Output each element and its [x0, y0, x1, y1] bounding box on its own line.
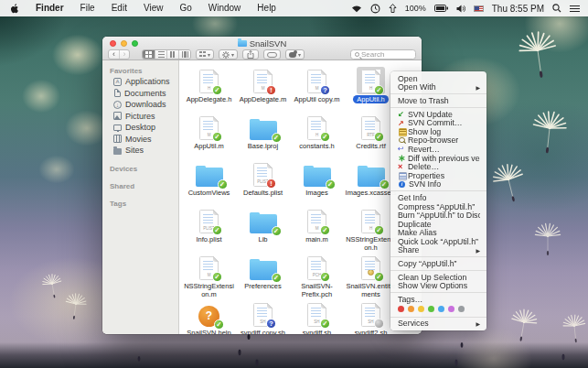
file-item[interactable]: ✓CustomViews: [182, 160, 236, 207]
tag-color-dot-4[interactable]: [438, 306, 444, 312]
share-button[interactable]: [242, 49, 259, 60]
menu-item-make-alias[interactable]: Make Alias: [390, 229, 486, 238]
menu-item-duplicate[interactable]: Duplicate: [390, 220, 486, 229]
menu-item-show-view-options[interactable]: Show View Options: [390, 281, 486, 290]
arrange-button[interactable]: ▾: [196, 49, 214, 60]
spotlight-icon[interactable]: [552, 4, 561, 13]
back-button[interactable]: ‹: [109, 50, 119, 59]
column-view-icon: [170, 51, 176, 58]
menu-item-move-to-trash[interactable]: Move to Trash: [390, 96, 486, 105]
menu-item-compress-apputil-h-[interactable]: Compress “AppUtil.h”: [390, 202, 486, 211]
file-item[interactable]: SH✓svndiff.sh: [290, 300, 344, 334]
file-item[interactable]: ✓Preferences: [236, 254, 290, 300]
tag-color-dot-5[interactable]: [448, 306, 454, 312]
battery-percent: 100%: [405, 4, 426, 13]
menu-item-label: Open: [398, 74, 480, 83]
menu-extra-icon[interactable]: [389, 4, 397, 13]
sidebar-item-movies[interactable]: Movies: [102, 134, 178, 146]
documents-icon: [114, 89, 121, 97]
menu-item-services[interactable]: Services▶: [390, 319, 486, 329]
menu-item-svn-commit-[interactable]: ↗SVN Commit…: [390, 118, 486, 127]
sidebar-item-sites[interactable]: Sites: [102, 145, 178, 157]
menu-bar-item-view[interactable]: View: [135, 0, 172, 16]
coverflow-view-button[interactable]: [178, 50, 190, 59]
file-item[interactable]: PLIST✓Info.plist: [182, 207, 236, 254]
icon-view-button[interactable]: [143, 50, 155, 59]
file-icon-wrap: ?✓: [194, 300, 224, 328]
menu-item-delete-[interactable]: ×Delete…: [390, 162, 486, 171]
sidebar-item-desktop[interactable]: Desktop: [102, 122, 178, 134]
menu-item-properties[interactable]: Properties: [390, 171, 486, 180]
menu-item-open[interactable]: Open: [390, 74, 486, 83]
file-item[interactable]: SH?svndiff copy.sh: [236, 300, 290, 334]
menu-item-open-with[interactable]: Open With▶: [390, 83, 486, 92]
action-button[interactable]: ▾: [219, 49, 238, 60]
search-field[interactable]: Search: [350, 49, 416, 60]
file-item[interactable]: M✓main.m: [290, 207, 344, 254]
tag-color-dot-3[interactable]: [428, 306, 434, 312]
file-item[interactable]: ✓Base.lproj: [236, 114, 290, 160]
menu-item-clean-up-selection[interactable]: Clean Up Selection: [390, 273, 486, 282]
file-item[interactable]: ✓Images: [290, 160, 344, 207]
volume-icon[interactable]: [456, 5, 465, 13]
menu-bar-item-finder[interactable]: Finder: [27, 0, 72, 16]
battery-icon[interactable]: [434, 5, 448, 12]
file-item[interactable]: ?✓SnailSVN.help: [182, 300, 236, 334]
tag-color-dot-0[interactable]: [398, 306, 404, 312]
tags-button[interactable]: [263, 49, 281, 60]
menu-item-diff-with-previous-version[interactable]: ∗Diff with previous version: [390, 154, 486, 163]
sidebar-gap: [102, 209, 178, 214]
file-item[interactable]: M✓NSStringExtension.m: [182, 254, 236, 300]
menu-item-quick-look-apputil-h-[interactable]: Quick Look “AppUtil.h”: [390, 237, 486, 246]
menu-item-burn-apputil-h-to-disc-[interactable]: Burn “AppUtil.h” to Disc…: [390, 211, 486, 220]
menu-item-label: Diff with previous version: [408, 154, 480, 163]
notification-center-icon[interactable]: [570, 5, 580, 13]
menu-bar-item-edit[interactable]: Edit: [103, 0, 135, 16]
finder-window: SnailSVN ‹ › ▾: [102, 37, 422, 334]
forward-button[interactable]: ›: [119, 50, 129, 59]
file-item[interactable]: H✓constants.h: [290, 114, 344, 160]
menu-item-svn-info[interactable]: iSVN Info: [390, 180, 486, 189]
menu-bar-item-help[interactable]: Help: [249, 0, 284, 16]
menu-bar-item-go[interactable]: Go: [171, 0, 199, 16]
applications-icon: [113, 78, 122, 86]
file-icon-wrap: M?: [303, 67, 331, 94]
file-icon-wrap: M✓: [195, 114, 223, 141]
snailsvn-toolbar-button[interactable]: ▾: [285, 49, 305, 60]
time-machine-icon[interactable]: [370, 4, 380, 14]
file-item[interactable]: PLIST!Defaults.plist: [236, 160, 290, 207]
menu-item-share[interactable]: Share▶: [390, 246, 486, 255]
file-item[interactable]: ✓Lib: [236, 207, 290, 254]
menu-item-repo-browser[interactable]: Repo-browser: [390, 136, 486, 146]
menu-bar-clock[interactable]: Thu 8:55 PM: [492, 4, 544, 14]
file-icon-wrap: ✓: [245, 254, 282, 281]
wifi-icon[interactable]: [351, 5, 362, 13]
file-name: Images: [305, 189, 328, 198]
apple-menu[interactable]: [8, 4, 27, 14]
tag-color-dot-1[interactable]: [408, 306, 414, 312]
sidebar-item-applications[interactable]: Applications: [102, 76, 178, 88]
menu-item-get-info[interactable]: Get Info: [390, 193, 486, 202]
menu-item-copy-apputil-h-[interactable]: Copy “AppUtil.h”: [390, 259, 486, 268]
file-item[interactable]: PCH✓SnailSVN-Prefix.pch: [290, 254, 344, 300]
menu-bar-item-window[interactable]: Window: [200, 0, 250, 16]
chevron-down-icon: ▾: [208, 52, 210, 58]
menu-item-tags-[interactable]: Tags…: [390, 295, 486, 304]
menu-item-show-log[interactable]: Show log: [390, 127, 486, 136]
list-view-button[interactable]: [155, 50, 166, 59]
sidebar-item-downloads[interactable]: Downloads: [102, 99, 178, 111]
file-item[interactable]: M!AppDelegate.m: [236, 67, 290, 114]
menu-item-svn-update[interactable]: ↙SVN Update: [390, 110, 486, 119]
column-view-button[interactable]: [166, 50, 178, 59]
file-item[interactable]: M✓AppUtil.m: [182, 114, 236, 160]
file-item[interactable]: H✓AppDelegate.h: [182, 67, 236, 114]
menu-item-label: Revert…: [408, 145, 480, 154]
tag-color-dot-2[interactable]: [418, 306, 424, 312]
tag-color-dot-6[interactable]: [458, 306, 465, 312]
file-item[interactable]: M?AppUtil copy.m: [290, 67, 344, 114]
file-icon-wrap: H✓: [195, 67, 223, 94]
input-source-flag-icon[interactable]: [474, 5, 484, 12]
sidebar-item-pictures[interactable]: Pictures: [102, 111, 178, 123]
menu-bar-item-file[interactable]: File: [72, 0, 103, 16]
sidebar-item-documents[interactable]: Documents: [102, 88, 178, 100]
